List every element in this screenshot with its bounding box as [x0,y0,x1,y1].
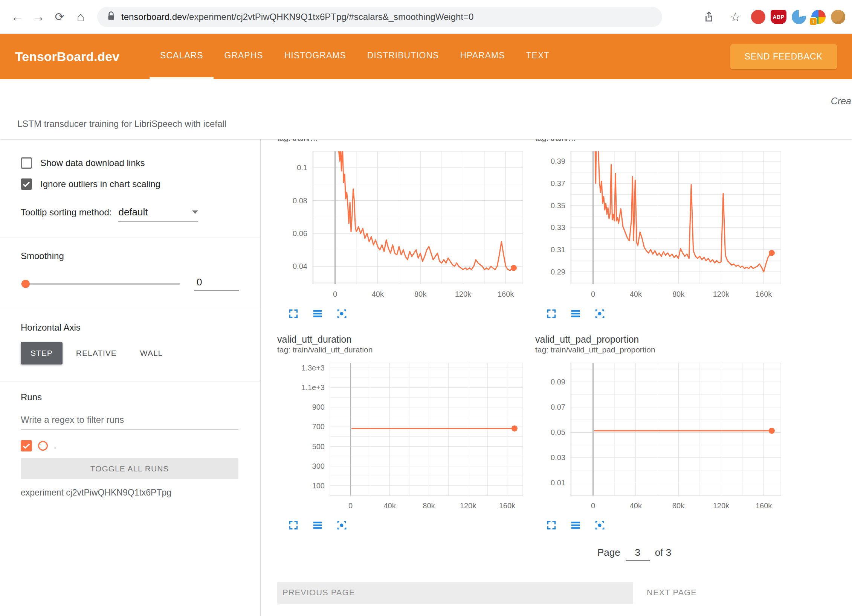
fullscreen-icon[interactable] [545,519,558,532]
scalar-chart[interactable]: 0.290.310.330.350.370.39040k80k120k160k [535,149,782,301]
forward-icon[interactable]: → [28,6,49,27]
send-feedback-button[interactable]: SEND FEEDBACK [730,44,837,69]
runs-list-icon[interactable] [311,307,324,320]
svg-text:0.35: 0.35 [551,201,565,210]
svg-text:300: 300 [312,462,325,470]
toggle-all-runs-button[interactable]: TOGGLE ALL RUNS [21,458,238,479]
runs-list-icon[interactable] [569,519,582,532]
cookie-extension-icon[interactable] [831,10,845,24]
share-icon[interactable] [698,6,719,27]
tooltip-sorting-row: Tooltip sorting method: default [21,206,240,222]
abp-extension-icon[interactable]: ABP [771,10,786,24]
fullscreen-icon[interactable] [545,307,558,320]
tooltip-sort-dropdown[interactable]: default [118,206,198,222]
svg-text:0.33: 0.33 [551,223,565,232]
svg-text:80k: 80k [423,502,435,510]
chart-card-3: valid_utt_duration tag: train/valid_utt_… [277,334,524,532]
chart-tag: tag: train/valid_utt_duration [277,345,524,355]
chart-tag: tag: train/… [535,139,782,143]
charts-main: tag: train/… 0.040.060.080.1040k80k120k1… [261,139,852,616]
tooltip-sorting-label: Tooltip sorting method: [21,207,111,218]
browser-actions: ☆ ABP 1 [698,6,845,27]
experiment-title: LSTM transducer training for LibriSpeech… [17,119,226,129]
notification-badge: 1 [809,17,817,26]
axis-wall-button[interactable]: WALL [130,342,173,364]
show-download-links-row[interactable]: Show data download links [21,157,240,169]
chart-tag: tag: train/valid_utt_pad_proportion [535,345,782,355]
tab-hparams[interactable]: HPARAMS [449,34,515,79]
fit-domain-icon[interactable] [593,519,606,532]
run-row: . [21,440,240,451]
runs-list-icon[interactable] [569,307,582,320]
content-area: Show data download links Ignore outliers… [0,139,852,616]
svg-text:120k: 120k [455,290,472,298]
svg-text:0: 0 [591,290,595,298]
fit-domain-icon[interactable] [335,519,348,532]
fit-domain-icon[interactable] [593,307,606,320]
reload-icon[interactable]: ⟳ [49,6,70,27]
svg-text:40k: 40k [630,290,642,298]
url-domain: tensorboard.dev [121,12,186,22]
show-download-label: Show data download links [40,158,145,168]
svg-text:100: 100 [312,482,325,490]
svg-text:0.37: 0.37 [551,179,565,188]
svg-text:160k: 160k [756,502,772,510]
adblock-extension-icon[interactable] [751,10,765,24]
page-number-input[interactable] [626,547,650,561]
url-text: tensorboard.dev/experiment/cj2vtPiwQHKN9… [121,12,473,22]
runs-list-icon[interactable] [311,519,324,532]
next-page-button[interactable]: NEXT PAGE [647,588,697,598]
tab-distributions[interactable]: DISTRIBUTIONS [357,34,450,79]
runs-filter-input[interactable] [21,411,238,430]
address-bar[interactable]: tensorboard.dev/experiment/cj2vtPiwQHKN9… [97,7,662,27]
tab-scalars[interactable]: SCALARS [150,34,214,79]
browser-toolbar: ← → ⟳ ⌂ tensorboard.dev/experiment/cj2vt… [0,0,852,34]
main-nav: SCALARS GRAPHS HISTOGRAMS DISTRIBUTIONS … [150,34,560,79]
smoothing-value-input[interactable]: 0 [194,276,239,291]
url-path: /experiment/cj2vtPiwQHKN9Q1tx6PTpg/#scal… [186,12,473,22]
profile-avatar[interactable]: 1 [811,10,826,24]
run-checkbox[interactable] [21,440,32,451]
scalar-chart[interactable]: 0.040.060.080.1040k80k120k160k [277,149,524,301]
svg-text:120k: 120k [713,502,730,510]
smoothing-label: Smoothing [21,251,240,261]
tab-text[interactable]: TEXT [516,34,560,79]
svg-text:0: 0 [348,502,353,510]
horizontal-axis-label: Horizontal Axis [21,322,240,333]
svg-text:40k: 40k [372,290,384,298]
scalar-chart[interactable]: 1003005007009001.1e+31.3e+3040k80k120k16… [277,361,524,513]
run-name: . [54,441,56,451]
chart-actions [277,519,524,532]
fullscreen-icon[interactable] [287,519,300,532]
tooltip-sort-value: default [118,206,148,218]
svg-text:0.08: 0.08 [293,197,307,205]
home-icon[interactable]: ⌂ [70,6,91,27]
scalar-chart[interactable]: 0.010.030.050.070.09040k80k120k160k [535,361,782,513]
blue-extension-icon[interactable] [792,10,806,24]
tab-histograms[interactable]: HISTOGRAMS [274,34,357,79]
svg-text:80k: 80k [672,290,685,298]
experiment-subheader: LSTM transducer training for LibriSpeech… [0,79,852,139]
chart-card-4: valid_utt_pad_proportion tag: train/vali… [535,334,782,532]
chart-title: valid_utt_duration [277,334,524,345]
bookmark-star-icon[interactable]: ☆ [725,6,746,27]
previous-page-button[interactable]: PREVIOUS PAGE [277,582,633,604]
run-color-circle[interactable] [38,441,48,451]
axis-relative-button[interactable]: RELATIVE [66,342,127,364]
slider-thumb[interactable] [21,280,30,288]
axis-step-button[interactable]: STEP [21,342,63,364]
chart-card-2: tag: train/… 0.290.310.330.350.370.39040… [535,139,782,320]
settings-sidebar: Show data download links Ignore outliers… [0,139,261,616]
chart-actions [277,307,524,320]
show-download-checkbox[interactable] [21,157,32,169]
brand-logo[interactable]: TensorBoard.dev [15,34,119,79]
ignore-outliers-row[interactable]: Ignore outliers in chart scaling [21,178,240,190]
fullscreen-icon[interactable] [287,307,300,320]
smoothing-slider[interactable] [21,283,180,285]
ignore-outliers-checkbox[interactable] [21,178,32,190]
page-of-label: of 3 [655,547,671,558]
fit-domain-icon[interactable] [335,307,348,320]
back-icon[interactable]: ← [7,6,28,27]
chart-title: valid_utt_pad_proportion [535,334,782,345]
tab-graphs[interactable]: GRAPHS [214,34,273,79]
